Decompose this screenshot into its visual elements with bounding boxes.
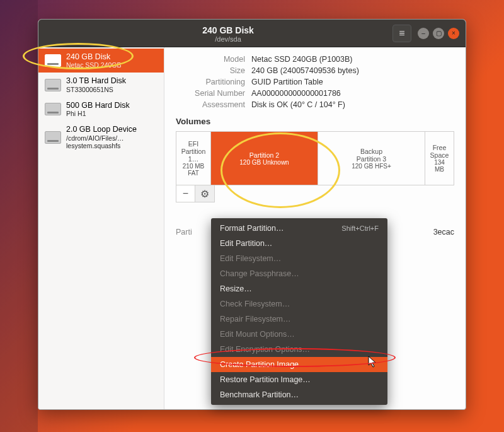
- title-group: 240 GB Disk /dev/sda: [64, 23, 392, 43]
- label-partitioning: Partitioning: [176, 78, 245, 86]
- sidebar-item-3tb-disk[interactable]: 3.0 TB Hard Disk ST33000651NS: [38, 73, 164, 96]
- device-title: 3.0 TB Hard Disk: [66, 76, 126, 85]
- partition-uuid-tail: 3ecac: [433, 228, 454, 236]
- maximize-button[interactable]: ▢: [433, 28, 444, 39]
- minimize-icon: –: [421, 30, 425, 37]
- menu-create-partition-image[interactable]: Create Partition Image…: [211, 357, 387, 372]
- disk-details: Model Netac SSD 240GB (P1003B) Size 240 …: [176, 55, 454, 109]
- label-model: Model: [176, 55, 245, 64]
- hamburger-menu-button[interactable]: ≡: [392, 25, 411, 42]
- label-assessment: Assessment: [176, 100, 245, 109]
- menu-edit-partition[interactable]: Edit Partition…: [211, 236, 387, 251]
- disk-icon: [45, 103, 61, 115]
- partition-label-fragment: Parti: [176, 228, 192, 236]
- menu-repair-filesystem[interactable]: Repair Filesystem…: [211, 312, 387, 327]
- value-assessment: Disk is OK (40° C / 104° F): [251, 100, 454, 109]
- sidebar-item-500gb-disk[interactable]: 500 GB Hard Disk Phi H1: [38, 97, 164, 121]
- minus-icon: −: [183, 188, 188, 199]
- disk-icon: [45, 54, 61, 67]
- device-sub: /cdrom/AIO/Files/…lesystem.squashfs: [66, 134, 158, 149]
- window-title: 240 GB Disk: [64, 26, 392, 35]
- mouse-cursor-icon: [368, 356, 378, 368]
- volume-efi[interactable]: EFI Partition 1… 210 MB FAT: [176, 132, 211, 185]
- close-button[interactable]: ×: [448, 28, 459, 39]
- device-title: 500 GB Hard Disk: [66, 101, 130, 110]
- volumes-diagram: EFI Partition 1… 210 MB FAT Partition 2 …: [176, 131, 454, 185]
- menu-edit-encryption-options[interactable]: Edit Encryption Options…: [211, 342, 387, 357]
- window-subtitle: /dev/sda: [64, 35, 392, 43]
- volume-free-space[interactable]: Free Space 134 MB: [425, 132, 454, 185]
- device-sidebar: 240 GB Disk Netac SSD 240GB 3.0 TB Hard …: [38, 47, 164, 409]
- volumes-heading: Volumes: [176, 117, 454, 126]
- disk-icon: [45, 79, 61, 91]
- remove-partition-button[interactable]: −: [176, 185, 195, 202]
- label-serial: Serial Number: [176, 89, 245, 98]
- value-size: 240 GB (240057409536 bytes): [251, 66, 454, 75]
- maximize-icon: ▢: [436, 30, 442, 37]
- volume-toolbar: − ⚙: [176, 185, 215, 202]
- minimize-button[interactable]: –: [418, 28, 429, 39]
- menu-restore-partition-image[interactable]: Restore Partition Image…: [211, 372, 387, 387]
- device-sub: ST33000651NS: [66, 86, 126, 93]
- menu-change-passphrase[interactable]: Change Passphrase…: [211, 266, 387, 281]
- device-title: 240 GB Disk: [66, 52, 122, 61]
- hamburger-icon: ≡: [399, 28, 404, 39]
- label-size: Size: [176, 66, 245, 75]
- menu-edit-mount-options[interactable]: Edit Mount Options…: [211, 327, 387, 342]
- volume-partition-2[interactable]: Partition 2 120 GB Unknown: [211, 132, 318, 185]
- desktop-dock-edge: [0, 0, 38, 432]
- partition-context-menu: Format Partition… Shift+Ctrl+F Edit Part…: [211, 218, 387, 405]
- device-title: 2.0 GB Loop Device: [66, 125, 158, 134]
- gear-icon: ⚙: [200, 188, 209, 200]
- value-serial: AA000000000000001786: [251, 89, 454, 98]
- menu-check-filesystem[interactable]: Check Filesystem…: [211, 296, 387, 312]
- menu-format-partition[interactable]: Format Partition… Shift+Ctrl+F: [211, 221, 387, 236]
- value-model: Netac SSD 240GB (P1003B): [251, 55, 454, 64]
- value-partitioning: GUID Partition Table: [251, 78, 454, 86]
- device-sub: Netac SSD 240GB: [66, 61, 122, 69]
- menu-edit-filesystem[interactable]: Edit Filesystem…: [211, 251, 387, 266]
- close-icon: ×: [452, 30, 455, 37]
- sidebar-item-240gb-disk[interactable]: 240 GB Disk Netac SSD 240GB: [38, 49, 164, 73]
- sidebar-item-loop-device[interactable]: 2.0 GB Loop Device /cdrom/AIO/Files/…les…: [38, 121, 164, 153]
- device-sub: Phi H1: [66, 110, 130, 117]
- titlebar: 240 GB Disk /dev/sda ≡ – ▢ ×: [38, 20, 466, 47]
- disk-icon: [45, 131, 61, 144]
- menu-benchmark-partition[interactable]: Benchmark Partition…: [211, 387, 387, 402]
- partition-options-button[interactable]: ⚙: [195, 185, 214, 202]
- window-controls: – ▢ ×: [418, 28, 459, 39]
- volume-backup[interactable]: Backup Partition 3 120 GB HFS+: [318, 132, 425, 185]
- menu-resize[interactable]: Resize…: [211, 281, 387, 296]
